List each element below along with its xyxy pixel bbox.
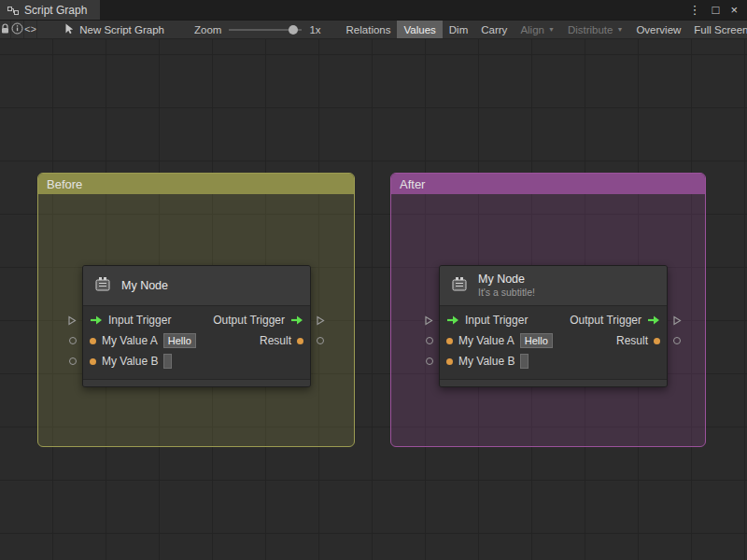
port-row-triggers: Input Trigger Output Trigger xyxy=(440,310,667,330)
value-b-label: My Value B xyxy=(458,355,514,368)
result-port-icon[interactable] xyxy=(654,338,660,344)
zoom-slider-handle[interactable] xyxy=(289,25,298,35)
node-icon xyxy=(449,274,470,298)
graph-name: New Script Graph xyxy=(79,24,164,35)
window-controls: ⋮ □ × xyxy=(689,0,747,20)
relations-button[interactable]: Relations xyxy=(340,21,398,38)
node-header[interactable]: My Node It's a subtitle! xyxy=(440,266,667,306)
result-label: Result xyxy=(616,334,648,347)
overview-label: Overview xyxy=(636,24,681,35)
group-before-header[interactable]: Before xyxy=(38,174,354,194)
close-icon[interactable]: × xyxy=(730,4,738,16)
value-b-input[interactable] xyxy=(520,354,529,369)
tab-script-graph[interactable]: Script Graph xyxy=(0,0,100,20)
info-button[interactable] xyxy=(11,21,24,38)
outer-output-trigger-port[interactable] xyxy=(673,315,682,326)
graph-toolbar: <> New Script Graph Zoom 1x Relations xyxy=(0,21,747,39)
lock-button[interactable] xyxy=(0,21,11,38)
value-a-input[interactable]: Hello xyxy=(163,333,196,348)
value-a-label: My Value A xyxy=(102,334,158,347)
carry-button[interactable]: Carry xyxy=(474,21,514,38)
outer-result-port[interactable] xyxy=(317,337,324,344)
outer-value-a-port[interactable] xyxy=(426,337,433,344)
chevron-down-icon: ▼ xyxy=(616,26,623,33)
kebab-menu-icon[interactable]: ⋮ xyxy=(689,4,701,16)
distribute-button[interactable]: Distribute ▼ xyxy=(561,21,630,38)
node-my-node-after[interactable]: My Node It's a subtitle! Input Trigger O… xyxy=(439,265,668,387)
node-title: My Node xyxy=(478,273,535,286)
port-row-value-b: My Value B xyxy=(440,351,667,371)
node-icon xyxy=(92,274,113,298)
zoom-slider[interactable] xyxy=(229,24,302,35)
port-row-value-b: My Value B xyxy=(83,351,310,371)
node-body: Input Trigger Output Trigger My Value A … xyxy=(440,306,667,375)
align-label: Align xyxy=(520,24,544,35)
values-button[interactable]: Values xyxy=(397,21,442,38)
tab-bar: Script Graph ⋮ □ × xyxy=(0,0,747,21)
outer-input-trigger-port[interactable] xyxy=(425,315,433,326)
group-before-title: Before xyxy=(47,177,82,191)
chevron-down-icon: ▼ xyxy=(548,26,555,33)
result-label: Result xyxy=(260,334,291,347)
value-a-input[interactable]: Hello xyxy=(520,333,553,348)
info-icon xyxy=(11,22,23,36)
values-label: Values xyxy=(403,24,435,35)
result-port-icon[interactable] xyxy=(297,338,303,344)
carry-label: Carry xyxy=(481,24,507,35)
distribute-label: Distribute xyxy=(568,24,613,35)
graph-canvas[interactable]: Before After xyxy=(0,39,747,560)
toolbar-buttons: Relations Values Dim Carry Align ▼ Distr… xyxy=(340,21,747,38)
value-b-input[interactable] xyxy=(163,354,172,369)
code-view-button[interactable]: <> xyxy=(24,21,37,38)
value-a-port-icon[interactable] xyxy=(90,338,96,344)
port-row-value-a: My Value A Hello Result xyxy=(440,330,667,351)
value-b-label: My Value B xyxy=(102,355,158,368)
flow-in-icon[interactable] xyxy=(446,315,459,325)
align-button[interactable]: Align ▼ xyxy=(514,21,561,38)
graph-asset-icon xyxy=(63,23,74,36)
node-footer xyxy=(83,379,310,386)
value-b-port-icon[interactable] xyxy=(446,358,453,365)
flow-out-icon[interactable] xyxy=(647,315,660,325)
port-row-value-a: My Value A Hello Result xyxy=(83,330,310,351)
outer-result-port[interactable] xyxy=(673,337,681,344)
node-titles: My Node It's a subtitle! xyxy=(478,273,535,299)
dim-label: Dim xyxy=(449,24,468,35)
outer-value-b-port[interactable] xyxy=(69,357,77,365)
value-a-port-icon[interactable] xyxy=(446,338,453,344)
graph-reference[interactable]: New Script Graph xyxy=(63,21,164,38)
code-icon: <> xyxy=(24,24,36,35)
zoom-control: Zoom 1x xyxy=(194,21,321,38)
outer-input-trigger-port[interactable] xyxy=(68,315,77,326)
outer-output-trigger-port[interactable] xyxy=(317,315,325,326)
outer-value-b-port[interactable] xyxy=(426,357,433,365)
port-row-triggers: Input Trigger Output Trigger xyxy=(83,310,310,330)
flow-in-icon[interactable] xyxy=(90,315,103,325)
node-title: My Node xyxy=(121,279,168,292)
output-trigger-label: Output Trigger xyxy=(213,314,285,327)
full-screen-label: Full Screen xyxy=(694,24,747,35)
input-trigger-label: Input Trigger xyxy=(465,314,528,327)
output-trigger-label: Output Trigger xyxy=(570,314,641,327)
node-header[interactable]: My Node xyxy=(83,266,310,306)
zoom-value: 1x xyxy=(309,24,320,35)
dim-button[interactable]: Dim xyxy=(443,21,474,38)
zoom-label: Zoom xyxy=(194,24,221,35)
group-after-title: After xyxy=(400,177,425,191)
flow-out-icon[interactable] xyxy=(290,315,303,325)
lock-icon xyxy=(0,23,10,36)
value-a-label: My Value A xyxy=(458,334,514,347)
input-trigger-label: Input Trigger xyxy=(108,314,171,327)
maximize-icon[interactable]: □ xyxy=(712,4,720,16)
outer-value-a-port[interactable] xyxy=(69,337,77,344)
script-graph-icon xyxy=(7,5,19,16)
value-b-port-icon[interactable] xyxy=(90,358,96,365)
script-graph-window: Script Graph ⋮ □ × xyxy=(0,0,747,39)
full-screen-button[interactable]: Full Screen xyxy=(687,21,747,38)
overview-button[interactable]: Overview xyxy=(629,21,687,38)
node-my-node-before[interactable]: My Node Input Trigger Output Trigger xyxy=(82,265,311,387)
group-after-header[interactable]: After xyxy=(391,174,705,194)
node-titles: My Node xyxy=(121,279,168,292)
node-body: Input Trigger Output Trigger My Value A … xyxy=(83,306,310,375)
tab-title: Script Graph xyxy=(24,4,87,17)
